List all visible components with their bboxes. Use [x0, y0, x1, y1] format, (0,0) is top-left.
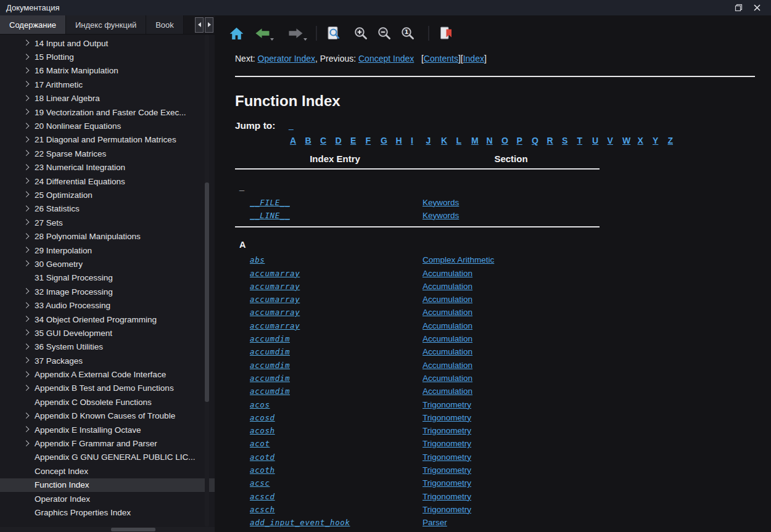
sidebar-horizontal-scrollbar[interactable] — [0, 527, 215, 532]
jump-letter-M[interactable]: M — [471, 136, 487, 145]
home-button[interactable] — [227, 24, 245, 43]
chevron-right-icon[interactable] — [23, 164, 30, 170]
sidebar-item[interactable]: 20 Nonlinear Equations — [0, 119, 215, 133]
sidebar-item[interactable]: Appendix D Known Causes of Trouble — [0, 409, 215, 423]
section-link[interactable]: Accumulation — [423, 282, 472, 291]
section-link[interactable]: Accumulation — [423, 387, 472, 396]
sidebar-item[interactable]: 22 Sparse Matrices — [0, 147, 215, 160]
jump-letter-U[interactable]: U — [592, 136, 608, 145]
restore-window-button[interactable] — [730, 1, 746, 15]
sidebar-item[interactable]: 31 Signal Processing — [0, 271, 215, 285]
find-button[interactable] — [324, 24, 343, 43]
sidebar-item[interactable]: 28 Polynomial Manipulations — [0, 229, 215, 243]
function-link[interactable]: accumarray — [250, 321, 300, 330]
function-link[interactable]: acos — [250, 400, 270, 409]
function-link[interactable]: accumdim — [250, 387, 290, 396]
zoom-in-button[interactable] — [352, 24, 370, 43]
sidebar-item[interactable]: 29 Interpolation — [0, 243, 215, 257]
sidebar-item[interactable]: 25 Optimization — [0, 188, 215, 202]
section-link[interactable]: Trigonometry — [423, 478, 471, 488]
sidebar-item[interactable]: Function Index — [0, 478, 215, 492]
chevron-right-icon[interactable] — [23, 357, 30, 363]
chevron-right-icon[interactable] — [23, 192, 30, 198]
sidebar-item[interactable]: Operator Index — [0, 492, 215, 505]
sidebar-item[interactable]: 26 Statistics — [0, 202, 215, 216]
function-link[interactable]: accumarray — [250, 282, 300, 291]
jump-letter-underscore[interactable]: _ — [289, 121, 294, 131]
jump-letter-W[interactable]: W — [622, 136, 638, 145]
jump-letter-N[interactable]: N — [487, 136, 502, 145]
jump-letter-Z[interactable]: Z — [668, 136, 683, 145]
jump-letter-R[interactable]: R — [547, 136, 563, 145]
jump-letter-V[interactable]: V — [608, 136, 623, 145]
sidebar-item[interactable]: Appendix E Installing Octave — [0, 423, 215, 436]
scrollbar-thumb[interactable] — [205, 182, 209, 402]
sidebar-item[interactable]: 24 Differential Equations — [0, 174, 215, 188]
sidebar-item[interactable]: 21 Diagonal and Permutation Matrices — [0, 133, 215, 147]
sidebar-item[interactable]: 18 Linear Algebra — [0, 92, 215, 105]
chevron-right-icon[interactable] — [23, 426, 30, 432]
chevron-right-icon[interactable] — [23, 302, 30, 308]
function-link[interactable]: accumarray — [250, 295, 300, 304]
chevron-right-icon[interactable] — [23, 371, 30, 377]
sidebar-item[interactable]: 30 Geometry — [0, 257, 215, 271]
chevron-right-icon[interactable] — [23, 261, 30, 267]
sidebar-item[interactable]: 17 Arithmetic — [0, 78, 215, 91]
chevron-right-icon[interactable] — [23, 39, 30, 46]
chevron-right-icon[interactable] — [23, 54, 30, 60]
sidebar-item[interactable]: Appendix B Test and Demo Functions — [0, 382, 215, 395]
function-link[interactable]: acotd — [250, 452, 275, 462]
sidebar-item[interactable]: 19 Vectorization and Faster Code Exec... — [0, 105, 215, 119]
sidebar-item[interactable]: Graphics Properties Index — [0, 505, 215, 519]
section-link[interactable]: Accumulation — [423, 321, 472, 330]
chevron-right-icon[interactable] — [23, 95, 30, 101]
jump-letter-G[interactable]: G — [381, 136, 396, 145]
function-link[interactable]: acosh — [250, 426, 275, 435]
jump-letter-O[interactable]: O — [501, 136, 517, 145]
sidebar-item[interactable]: Appendix G GNU GENERAL PUBLIC LIC... — [0, 451, 215, 464]
sidebar-vertical-scrollbar[interactable] — [205, 35, 209, 527]
chevron-right-icon[interactable] — [23, 288, 30, 294]
zoom-original-button[interactable]: 1 — [398, 24, 417, 43]
function-link[interactable]: accumdim — [250, 347, 290, 356]
function-link[interactable]: accumdim — [250, 374, 290, 383]
section-link[interactable]: Keywords — [423, 198, 459, 207]
function-link[interactable]: accumdim — [250, 334, 290, 343]
function-link[interactable]: accumdim — [250, 361, 290, 370]
section-link[interactable]: Trigonometry — [423, 439, 471, 448]
sidebar-item[interactable]: 36 System Utilities — [0, 340, 215, 354]
jump-letter-D[interactable]: D — [336, 136, 351, 145]
function-link[interactable]: abs — [250, 255, 265, 264]
section-link[interactable]: Accumulation — [423, 295, 472, 304]
sidebar-item[interactable]: 23 Numerical Integration — [0, 161, 215, 174]
section-link[interactable]: Trigonometry — [423, 426, 471, 435]
chevron-right-icon[interactable] — [23, 123, 30, 129]
nav-link[interactable]: Index — [463, 54, 484, 63]
sidebar-item[interactable]: 34 Object Oriented Programming — [0, 313, 215, 326]
window-titlebar[interactable]: Документация — [0, 0, 771, 15]
sidebar-item[interactable]: 15 Plotting — [0, 50, 215, 63]
bookmark-button[interactable] — [437, 24, 455, 43]
sidebar-item[interactable]: 35 GUI Development — [0, 326, 215, 340]
chevron-right-icon[interactable] — [23, 316, 30, 322]
scrollbar-thumb[interactable] — [111, 528, 155, 531]
section-link[interactable]: Accumulation — [423, 269, 472, 278]
back-button[interactable] — [253, 24, 271, 43]
function-link[interactable]: accumarray — [250, 308, 300, 317]
jump-letter-E[interactable]: E — [350, 136, 366, 145]
chevron-right-icon[interactable] — [23, 150, 30, 157]
tab-contents[interactable]: Содержание — [0, 15, 66, 34]
section-link[interactable]: Complex Arithmetic — [423, 255, 494, 264]
chevron-right-icon[interactable] — [23, 67, 30, 73]
jump-letter-K[interactable]: K — [441, 136, 456, 145]
chevron-right-icon[interactable] — [23, 205, 30, 211]
nav-link[interactable]: Operator Index — [258, 54, 315, 63]
tab-scroll-left-button[interactable] — [195, 17, 204, 33]
function-link[interactable]: acsch — [250, 505, 275, 514]
jump-letter-J[interactable]: J — [426, 136, 442, 145]
jump-letter-Q[interactable]: Q — [532, 136, 547, 145]
chevron-right-icon[interactable] — [23, 219, 30, 225]
function-link[interactable]: accumarray — [250, 269, 300, 278]
sidebar-item[interactable]: 14 Input and Output — [0, 36, 215, 50]
tab-scroll-right-button[interactable] — [205, 17, 213, 33]
